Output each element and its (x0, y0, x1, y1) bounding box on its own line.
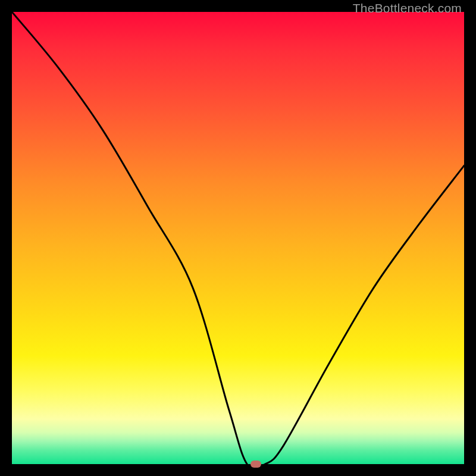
optimal-marker (250, 461, 261, 468)
plot-area (12, 12, 464, 464)
chart-frame: TheBottleneck.com (0, 0, 476, 476)
bottleneck-curve (12, 12, 464, 464)
watermark-text: TheBottleneck.com (353, 1, 462, 15)
